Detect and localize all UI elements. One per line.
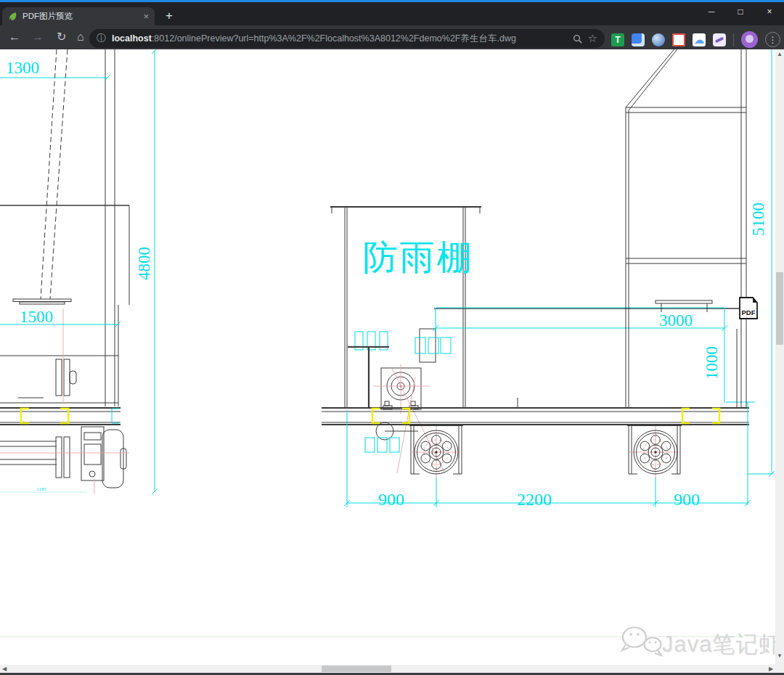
bookmark-star-icon[interactable]: ☆ bbox=[588, 32, 597, 45]
pdf-download-button[interactable]: PDF bbox=[740, 298, 757, 319]
window-controls: ─ □ × bbox=[697, 3, 784, 20]
scroll-right-icon[interactable]: ▶ bbox=[767, 666, 775, 672]
close-button[interactable]: × bbox=[755, 3, 784, 20]
red-extension-icon[interactable] bbox=[672, 33, 685, 46]
dim-900-right: 900 bbox=[674, 490, 700, 509]
horizontal-scrollbar-thumb[interactable] bbox=[322, 666, 391, 672]
tampermonkey-extension-icon[interactable]: T bbox=[611, 33, 624, 46]
horizontal-scrollbar[interactable]: ◀ ▶ bbox=[0, 665, 775, 673]
scroll-up-icon[interactable]: ▲ bbox=[775, 51, 784, 57]
dim-1000: 1000 bbox=[703, 346, 721, 380]
back-icon[interactable]: ← bbox=[9, 31, 20, 43]
pdf-badge-label: PDF bbox=[742, 308, 756, 316]
browser-titlebar: PDF图片预览 × + ─ □ × bbox=[0, 0, 784, 25]
dim-1500: 1500 bbox=[20, 308, 53, 326]
reload-icon[interactable]: ↻ bbox=[57, 31, 66, 43]
wechat-icon bbox=[622, 628, 661, 656]
forward-icon[interactable]: → bbox=[32, 31, 44, 43]
minimize-button[interactable]: ─ bbox=[697, 3, 726, 20]
dim-4800: 4800 bbox=[135, 247, 153, 280]
home-icon[interactable]: ⌂ bbox=[77, 31, 84, 43]
dim-small: 1185 bbox=[36, 486, 46, 492]
profile-avatar[interactable] bbox=[741, 31, 758, 48]
translate-extension-icon[interactable] bbox=[632, 33, 645, 46]
dim-1300: 1300 bbox=[6, 59, 39, 77]
zoom-icon[interactable] bbox=[573, 34, 582, 44]
page-info-icon[interactable]: ⓘ bbox=[97, 32, 106, 45]
new-tab-button[interactable]: + bbox=[166, 9, 173, 23]
dim-3000: 3000 bbox=[659, 311, 693, 330]
rain-shelter-label: 防雨棚 bbox=[363, 238, 474, 277]
toolbar-separator bbox=[733, 33, 734, 46]
scrollbar-corner bbox=[775, 665, 784, 673]
browser-menu-icon[interactable]: ⋮ bbox=[765, 32, 780, 47]
vertical-scrollbar-thumb[interactable] bbox=[776, 272, 783, 345]
maximize-button[interactable]: □ bbox=[726, 3, 755, 20]
url-host: localhost bbox=[112, 33, 152, 44]
vertical-scrollbar[interactable]: ▲ ▼ bbox=[775, 49, 784, 665]
middle-view: 防雨棚 bbox=[322, 207, 755, 509]
cloud-extension-icon[interactable]: ☁ bbox=[693, 33, 706, 46]
dim-900-left: 900 bbox=[378, 490, 404, 509]
dim-2200: 2200 bbox=[517, 490, 552, 509]
address-bar[interactable]: ⓘ localhost:8012/onlinePreview?url=http%… bbox=[89, 29, 605, 48]
swallow-extension-icon[interactable] bbox=[713, 33, 726, 46]
watermark: Java笔记虾 Java笔记虾 bbox=[0, 628, 784, 658]
scroll-down-icon[interactable]: ▼ bbox=[775, 652, 784, 659]
dim-5100: 5100 bbox=[749, 202, 767, 236]
spring-leaf-favicon bbox=[8, 12, 17, 21]
page-content: 1300 4800 1500 1185 防雨棚 bbox=[0, 49, 784, 675]
right-view: 5100 bbox=[626, 49, 775, 477]
blue-sphere-extension-icon[interactable] bbox=[652, 33, 665, 46]
scroll-left-icon[interactable]: ◀ bbox=[0, 666, 9, 672]
tab-title: PDF图片预览 bbox=[23, 11, 143, 22]
left-view: 1300 4800 1500 1185 bbox=[0, 49, 158, 494]
extensions-row: T ☁ ⋮ bbox=[611, 31, 780, 48]
url-path: :8012/onlinePreview?url=http%3A%2F%2Floc… bbox=[152, 33, 516, 44]
browser-tab[interactable]: PDF图片预览 × bbox=[2, 7, 155, 25]
cad-drawing: 1300 4800 1500 1185 防雨棚 bbox=[0, 49, 784, 675]
tab-close-icon[interactable]: × bbox=[143, 12, 149, 21]
watermark-text: Java笔记虾 bbox=[662, 631, 782, 657]
